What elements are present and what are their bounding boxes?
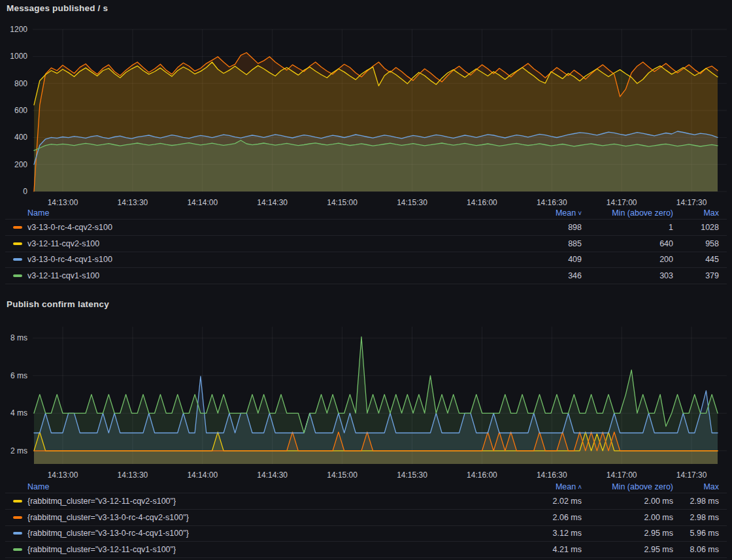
legend-name-cell: {rabbitmq_cluster="v3-12-11-cqv1-s100"} (5, 545, 510, 554)
series-area (34, 140, 718, 191)
series-color-swatch-icon[interactable] (13, 500, 22, 502)
x-axis-label: 14:17:30 (662, 470, 721, 480)
legend-max-value: 958 (673, 239, 719, 248)
time-series-chart[interactable]: 02004006008001000120014:13:0014:13:3014:… (33, 29, 727, 191)
legend-name-cell: v3-13-0-rc-4-cqv2-s100 (5, 223, 510, 232)
legend-min-value: 200 (582, 255, 673, 264)
legend-min-value: 640 (582, 239, 673, 248)
legend-max-value: 5.96 ms (673, 529, 719, 538)
x-axis-label: 14:14:00 (173, 470, 232, 480)
legend-col-name[interactable]: Name (5, 208, 510, 218)
y-axis-label: 2 ms (0, 446, 27, 456)
x-axis-label: 14:15:00 (313, 470, 372, 480)
legend-col-min[interactable]: Min (above zero) (582, 482, 673, 491)
legend-name-cell: {rabbitmq_cluster="v3-13-0-rc-4-cqv2-s10… (5, 513, 510, 522)
series-color-swatch-icon[interactable] (13, 516, 22, 519)
legend-row: v3-12-11-cqv1-s100346303379 (5, 268, 727, 284)
panel-title[interactable]: Publish confirm latency (7, 299, 109, 309)
x-axis-label: 14:13:00 (33, 470, 92, 480)
legend-header: Name Mean˄ Min (above zero) Max (5, 480, 727, 493)
y-axis-label: 400 (0, 132, 27, 142)
legend-series-name[interactable]: {rabbitmq_cluster="v3-13-0-rc-4-cqv1-s10… (27, 529, 189, 538)
legend-col-name[interactable]: Name (5, 482, 510, 491)
x-axis-label: 14:14:30 (243, 470, 302, 480)
legend-min-value: 2.95 ms (582, 529, 673, 538)
y-axis-label: 8 ms (0, 333, 27, 343)
legend-mean-value: 2.06 ms (510, 513, 582, 522)
legend-table: Name Mean˅ Min (above zero) Max v3-13-0-… (5, 206, 727, 284)
legend-min-value: 1 (582, 223, 673, 232)
x-axis-label: 14:15:30 (383, 470, 442, 480)
y-axis-label: 600 (0, 105, 27, 116)
y-axis-label: 1000 (0, 51, 27, 61)
x-axis-label: 14:13:30 (103, 470, 162, 480)
y-axis-label: 4 ms (0, 408, 27, 418)
legend-col-mean-label: Mean (556, 208, 576, 218)
series-color-swatch-icon[interactable] (13, 242, 22, 245)
legend-min-value: 2.95 ms (582, 545, 673, 554)
legend-mean-value: 898 (510, 223, 582, 232)
legend-mean-value: 2.02 ms (510, 497, 582, 506)
panel-publish-confirm-latency: Publish confirm latency 2 ms4 ms6 ms8 ms… (0, 296, 732, 560)
legend-row: {rabbitmq_cluster="v3-13-0-rc-4-cqv2-s10… (5, 510, 727, 526)
series-color-swatch-icon[interactable] (13, 548, 22, 551)
legend-mean-value: 885 (510, 239, 582, 248)
chart-canvas[interactable] (33, 29, 727, 191)
legend-col-mean-label: Mean (556, 482, 576, 491)
series-area (34, 337, 718, 465)
series-color-swatch-icon[interactable] (13, 226, 22, 229)
chart-canvas[interactable] (33, 327, 727, 464)
legend-col-mean[interactable]: Mean˅ (510, 208, 582, 218)
legend-max-value: 1028 (673, 223, 719, 232)
legend-name-cell: {rabbitmq_cluster="v3-13-0-rc-4-cqv1-s10… (5, 529, 510, 538)
legend-rows: {rabbitmq_cluster="v3-12-11-cqv2-s100"}2… (5, 493, 727, 558)
legend-series-name[interactable]: v3-13-0-rc-4-cqv2-s100 (27, 223, 112, 232)
legend-col-mean[interactable]: Mean˄ (510, 482, 582, 491)
y-axis-label: 6 ms (0, 371, 27, 381)
legend-series-name[interactable]: v3-13-0-rc-4-cqv1-s100 (27, 255, 112, 264)
legend-max-value: 2.98 ms (673, 513, 719, 522)
legend-row: {rabbitmq_cluster="v3-12-11-cqv1-s100"}4… (5, 542, 727, 558)
x-axis-label: 14:16:00 (452, 470, 511, 480)
series-color-swatch-icon[interactable] (13, 258, 22, 261)
legend-row: v3-13-0-rc-4-cqv2-s10089811028 (5, 220, 727, 236)
legend-header: Name Mean˅ Min (above zero) Max (5, 206, 727, 220)
legend-max-value: 445 (673, 255, 719, 264)
legend-mean-value: 3.12 ms (510, 529, 582, 538)
legend-max-value: 2.98 ms (673, 497, 719, 506)
y-axis-label: 800 (0, 78, 27, 89)
legend-col-min[interactable]: Min (above zero) (582, 208, 673, 218)
series-color-swatch-icon[interactable] (13, 532, 22, 535)
legend-series-name[interactable]: v3-12-11-cqv1-s100 (27, 271, 99, 280)
time-series-chart[interactable]: 2 ms4 ms6 ms8 ms14:13:0014:13:3014:14:00… (33, 327, 727, 464)
legend-name-cell: v3-12-11-cqv2-s100 (5, 239, 510, 248)
legend-min-value: 2.00 ms (582, 497, 673, 506)
legend-min-value: 2.00 ms (582, 513, 673, 522)
legend-min-value: 303 (582, 271, 673, 280)
x-axis-label: 14:17:00 (592, 470, 651, 480)
y-axis-label: 0 (0, 186, 27, 197)
legend-col-max[interactable]: Max (673, 482, 719, 491)
legend-series-name[interactable]: {rabbitmq_cluster="v3-12-11-cqv1-s100"} (27, 545, 176, 554)
legend-series-name[interactable]: {rabbitmq_cluster="v3-12-11-cqv2-s100"} (27, 497, 176, 506)
legend-row: {rabbitmq_cluster="v3-12-11-cqv2-s100"}2… (5, 493, 727, 510)
legend-series-name[interactable]: v3-12-11-cqv2-s100 (27, 239, 99, 248)
legend-name-cell: v3-12-11-cqv1-s100 (5, 271, 510, 280)
legend-row: v3-12-11-cqv2-s100885640958 (5, 236, 727, 252)
legend-col-max[interactable]: Max (673, 208, 719, 218)
y-axis-label: 200 (0, 159, 27, 170)
legend-rows: v3-13-0-rc-4-cqv2-s10089811028v3-12-11-c… (5, 220, 727, 284)
series-color-swatch-icon[interactable] (13, 274, 22, 277)
legend-table: Name Mean˄ Min (above zero) Max {rabbitm… (5, 480, 727, 558)
legend-name-cell: {rabbitmq_cluster="v3-12-11-cqv2-s100"} (5, 497, 510, 506)
legend-mean-value: 346 (510, 271, 582, 280)
legend-name-cell: v3-13-0-rc-4-cqv1-s100 (5, 255, 510, 264)
legend-mean-value: 409 (510, 255, 582, 264)
panel-messages-published: Messages published / s 02004006008001000… (0, 0, 732, 291)
legend-max-value: 379 (673, 271, 719, 280)
legend-max-value: 8.06 ms (673, 545, 719, 554)
y-axis-label: 1200 (0, 24, 27, 35)
panel-title[interactable]: Messages published / s (7, 3, 108, 13)
legend-row: v3-13-0-rc-4-cqv1-s100409200445 (5, 252, 727, 269)
legend-series-name[interactable]: {rabbitmq_cluster="v3-13-0-rc-4-cqv2-s10… (27, 513, 189, 522)
